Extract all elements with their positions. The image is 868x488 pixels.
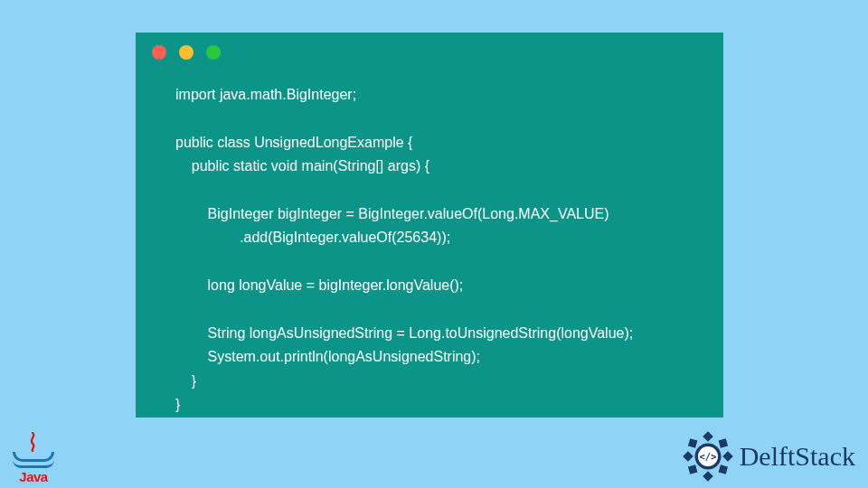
code-snippet: import java.math.BigInteger; public clas… <box>136 80 723 435</box>
svg-marker-5 <box>718 438 727 447</box>
svg-marker-7 <box>718 465 727 474</box>
svg-text:</>: </> <box>699 451 716 462</box>
svg-marker-0 <box>703 431 713 442</box>
svg-marker-6 <box>688 465 697 474</box>
delftstack-wordmark: DelftStack <box>740 441 855 472</box>
svg-marker-4 <box>688 438 697 447</box>
delftstack-gear-icon: </> <box>682 430 734 483</box>
zoom-icon[interactable] <box>206 45 221 60</box>
code-window: import java.math.BigInteger; public clas… <box>136 33 723 418</box>
svg-marker-2 <box>683 451 693 462</box>
svg-marker-3 <box>722 451 733 462</box>
close-icon[interactable] <box>152 45 166 60</box>
svg-marker-1 <box>703 471 713 482</box>
java-logo: Java <box>11 432 56 484</box>
java-cup-icon <box>13 452 54 462</box>
java-steam-icon <box>25 432 42 452</box>
delftstack-logo: </> DelftStack <box>682 430 855 483</box>
window-titlebar <box>136 33 723 65</box>
java-wordmark: Java <box>11 469 56 484</box>
minimize-icon[interactable] <box>179 45 193 60</box>
